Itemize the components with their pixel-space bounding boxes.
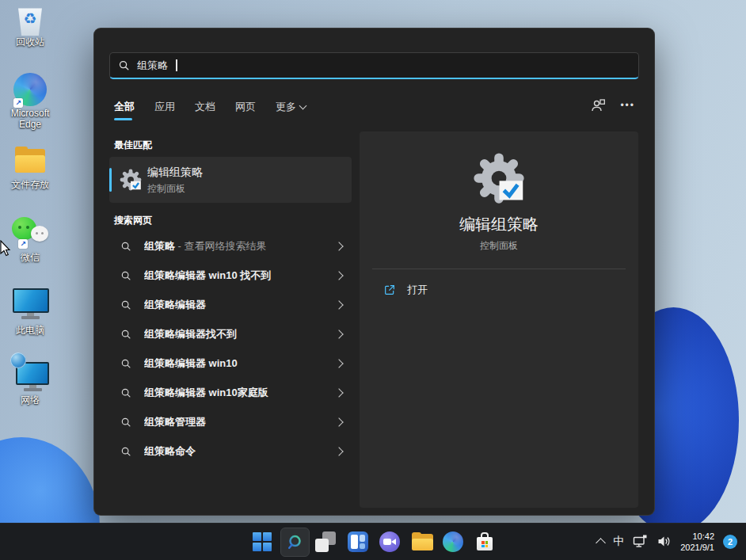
search-suggestion-row[interactable]: 组策略编辑器 win10 (109, 349, 352, 378)
tab-documents[interactable]: 文档 (195, 100, 215, 114)
open-action[interactable]: 打开 (372, 276, 626, 304)
result-preview-pane: 编辑组策略 控制面板 打开 (360, 131, 638, 508)
search-suggestion-row[interactable]: 组策略编辑器 (109, 290, 352, 319)
search-icon (118, 59, 130, 71)
search-icon (120, 241, 131, 252)
search-icon (120, 329, 131, 340)
start-button[interactable] (252, 531, 272, 552)
desktop-icon-label: 文件存放 (0, 179, 60, 190)
suggestion-text: 组策略编辑器 win10家庭版 (144, 386, 323, 400)
suggestion-query: 组策略编辑器 (144, 299, 206, 310)
search-flyout-panel: 组策略 全部 应用 文档 网页 更多 ••• 最佳匹配 (93, 28, 655, 516)
open-external-icon (383, 284, 396, 296)
chevron-right-icon[interactable] (334, 330, 343, 338)
best-match-result[interactable]: 编辑组策略 控制面板 (109, 157, 352, 203)
suggestion-query: 组策略编辑器 win10家庭版 (144, 387, 268, 398)
chevron-right-icon[interactable] (334, 271, 343, 280)
suggestion-query: 组策略编辑器 win10 (144, 357, 238, 369)
open-label: 打开 (407, 283, 428, 297)
suggestion-query: 组策略命令 (144, 445, 196, 457)
suggestion-text: 组策略 - 查看网络搜索结果 (144, 239, 323, 253)
windows-logo-icon (252, 531, 272, 552)
desktop-icon-label: Microsoft Edge (0, 108, 60, 131)
suggestion-text: 组策略命令 (144, 444, 323, 459)
section-best-match: 最佳匹配 (114, 139, 152, 152)
search-icon (120, 417, 131, 428)
search-icon (120, 387, 131, 398)
video-camera-icon (383, 539, 391, 545)
clock[interactable]: 10:42 2021/9/1 (680, 531, 714, 553)
section-web-search: 搜索网页 (114, 214, 152, 227)
text-caret (176, 59, 177, 71)
search-filter-tabs: 全部 应用 文档 网页 更多 (114, 100, 306, 114)
chevron-right-icon[interactable] (334, 300, 343, 309)
divider (372, 269, 626, 269)
chevron-right-icon[interactable] (334, 242, 343, 250)
desktop-icon-label: 网络 (0, 394, 60, 406)
chevron-right-icon[interactable] (334, 359, 343, 368)
tray-chevron-up-icon[interactable] (596, 538, 606, 548)
tab-apps[interactable]: 应用 (154, 100, 175, 114)
chevron-right-icon[interactable] (334, 388, 343, 397)
desktop-icon-recycle-bin[interactable]: ♻ 回收站 (0, 5, 60, 48)
tab-more[interactable]: 更多 (276, 100, 306, 114)
search-suggestion-row[interactable]: 组策略编辑器 win10 找不到 (109, 261, 352, 290)
edge-taskbar-button[interactable] (443, 531, 463, 552)
shortcut-arrow-icon: ↗ (13, 98, 23, 108)
recycle-bin-icon: ♻ (15, 5, 45, 36)
suggestion-text: 组策略编辑器 win10 找不到 (144, 269, 323, 283)
store-button[interactable] (474, 531, 495, 552)
suggestion-text: 组策略编辑器 (144, 298, 323, 312)
taskbar-search-button[interactable] (280, 528, 310, 557)
selection-accent-bar (109, 168, 112, 192)
chevron-right-icon[interactable] (334, 417, 343, 426)
chat-button[interactable] (379, 531, 400, 552)
desktop-icon-network[interactable]: 网络 (0, 358, 60, 406)
search-suggestion-row[interactable]: 组策略 - 查看网络搜索结果 (109, 231, 352, 261)
best-match-title: 编辑组策略 (147, 166, 203, 180)
search-suggestion-row[interactable]: 组策略编辑器 win10家庭版 (109, 378, 352, 407)
volume-tray-icon[interactable] (657, 534, 672, 549)
group-policy-gear-icon (473, 152, 525, 204)
task-view-button[interactable] (315, 531, 336, 552)
account-icon[interactable] (591, 98, 606, 112)
system-tray: 中 10:42 2021/9/1 2 (597, 523, 746, 560)
folder-icon (14, 149, 46, 174)
chevron-down-icon (299, 102, 307, 110)
tray-time: 10:42 (692, 531, 714, 541)
wechat-icon: ↗ (10, 215, 50, 249)
tab-all[interactable]: 全部 (114, 100, 135, 114)
globe-icon (10, 352, 26, 368)
active-tab-indicator (114, 118, 132, 120)
suggestion-text: 组策略管理器 (144, 415, 323, 429)
preview-subtitle: 控制面板 (360, 239, 638, 253)
search-input[interactable]: 组策略 (109, 52, 639, 79)
network-tray-icon[interactable] (633, 534, 648, 549)
microsoft-flag-icon (481, 541, 488, 547)
preview-title: 编辑组策略 (360, 214, 638, 235)
suggestion-text: 组策略编辑器 win10 (144, 356, 323, 371)
search-suggestion-row[interactable]: 组策略命令 (109, 436, 352, 466)
suggestion-suffix: - 查看网络搜索结果 (175, 240, 267, 252)
search-icon (286, 533, 304, 551)
chevron-right-icon[interactable] (334, 447, 343, 455)
notification-badge[interactable]: 2 (723, 535, 737, 549)
search-suggestion-row[interactable]: 组策略管理器 (109, 407, 352, 436)
desktop-icon-folder[interactable]: 文件存放 (0, 149, 60, 190)
widgets-icon (351, 535, 358, 549)
desktop-icon-edge[interactable]: ↗ Microsoft Edge (0, 73, 60, 131)
suggestion-query: 组策略编辑器 win10 找不到 (144, 269, 271, 281)
mouse-cursor (0, 240, 11, 257)
desktop-icon-this-pc[interactable]: 此电脑 (0, 288, 60, 336)
widgets-button[interactable] (348, 531, 368, 552)
suggestion-query: 组策略编辑器找不到 (144, 328, 237, 340)
search-suggestion-row[interactable]: 组策略编辑器找不到 (109, 319, 352, 349)
network-icon (13, 358, 48, 391)
more-options-icon[interactable]: ••• (620, 100, 635, 111)
search-icon (120, 270, 131, 281)
ime-indicator[interactable]: 中 (613, 535, 624, 549)
tab-web[interactable]: 网页 (235, 100, 256, 114)
search-icon (120, 299, 131, 310)
edge-icon: ↗ (13, 73, 47, 108)
file-explorer-button[interactable] (411, 531, 433, 552)
